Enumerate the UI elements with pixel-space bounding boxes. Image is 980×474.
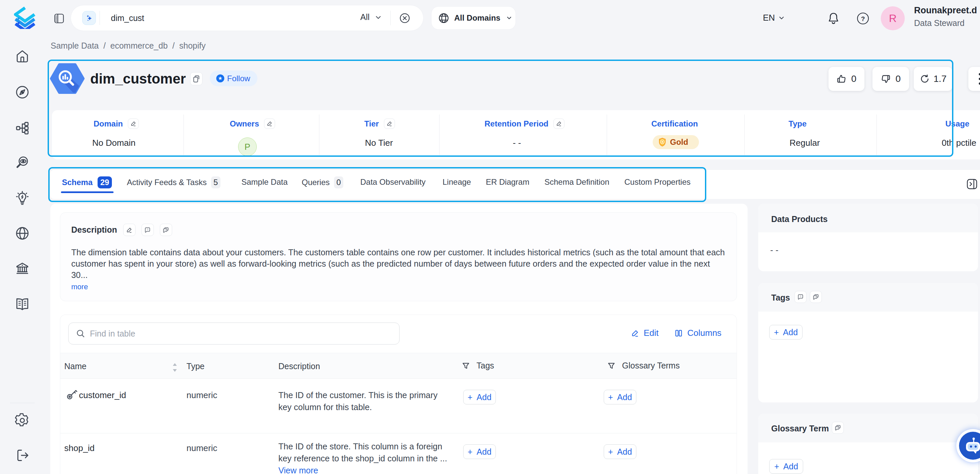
svg-text:?: ? (800, 295, 801, 298)
svg-text:?: ? (861, 15, 865, 22)
svg-text:?: ? (147, 228, 148, 231)
